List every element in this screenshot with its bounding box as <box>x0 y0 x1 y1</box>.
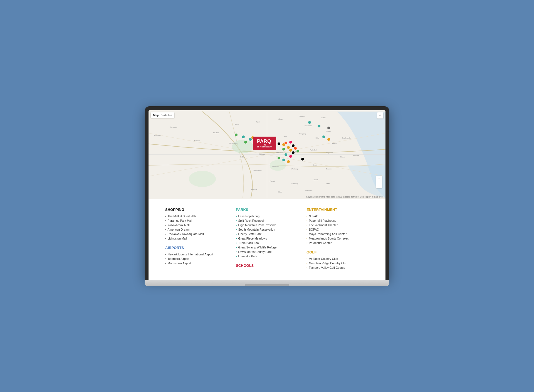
entertainment-title: ENTERTAINMENT <box>306 208 369 212</box>
map-dot <box>327 138 330 141</box>
svg-text:Newton: Newton <box>235 124 239 125</box>
map-dot <box>301 158 304 161</box>
map-dot <box>322 135 325 138</box>
svg-text:Danhen: Danhen <box>321 117 326 119</box>
map-background: Stroudsburg Tannersville Nazareth Belvid… <box>149 110 385 199</box>
svg-text:Rockaway: Rockaway <box>259 154 265 155</box>
list-item: Lake Hopatcong <box>236 215 298 218</box>
map-dot <box>285 153 287 156</box>
list-item: Mountain Ridge Country Club <box>306 262 369 265</box>
airports-title: AIRPORTS <box>165 246 228 250</box>
svg-text:Tannersville: Tannersville <box>170 127 177 128</box>
shopping-title: SHOPPING <box>165 208 228 212</box>
parks-title: PARKS <box>236 208 298 212</box>
map-dot <box>292 151 295 154</box>
svg-text:Tompkins: Tompkins <box>299 116 305 117</box>
svg-text:Edison: Edison <box>278 191 282 193</box>
map-dot <box>285 142 287 144</box>
svg-text:Sparta: Sparta <box>256 121 260 122</box>
map-dot <box>287 146 290 149</box>
map-zoom-out-button[interactable]: − <box>376 182 382 188</box>
laptop-bezel: Stroudsburg Tannersville Nazareth Belvid… <box>145 106 389 280</box>
list-item: Morristown Airport <box>165 262 228 265</box>
map-tab-map[interactable]: Map <box>153 114 159 117</box>
map-dot <box>282 148 285 151</box>
map-type-controls: Map Satellite <box>151 112 174 118</box>
svg-text:Bayonne: Bayonne <box>326 168 332 170</box>
list-item: Great Swamp Wildlife Refuge <box>236 246 298 249</box>
laptop-screen: Stroudsburg Tannersville Nazareth Belvid… <box>149 110 385 280</box>
svg-text:New Rochelle: New Rochelle <box>342 137 351 139</box>
svg-text:Plainfield: Plainfield <box>270 180 275 182</box>
map-dot <box>308 121 311 124</box>
svg-text:Elizabeth: Elizabeth <box>313 179 318 180</box>
list-item: South Mountain Reservation <box>236 228 298 231</box>
column-3: ENTERTAINMENT NJPAC Paper Mill Playhouse… <box>306 208 369 272</box>
golf-title: GOLF <box>306 250 369 254</box>
list-item: American Dream <box>165 228 228 231</box>
golf-list: Mt Tabor Country Club Mountain Ridge Cou… <box>306 257 369 269</box>
list-item: Paper Mill Playhouse <box>306 219 369 222</box>
list-item: Flanders Valley Golf Course <box>306 266 369 269</box>
map-copyright: Keyboard shortcuts Map data ©2023 Google… <box>306 196 383 198</box>
list-item: Lewis Morris County Park <box>236 250 298 253</box>
content-section: SHOPPING The Mall at Short Hills Paramus… <box>149 199 385 280</box>
list-item: Split Rock Reservoir <box>236 219 298 222</box>
list-item: Newark Liberty International Airport <box>165 253 228 256</box>
map-dot <box>244 141 247 144</box>
map-tab-satellite[interactable]: Satellite <box>161 114 172 117</box>
map-dot <box>289 155 292 158</box>
map-zoom-in-button[interactable]: + <box>376 176 382 182</box>
column-2: PARKS Lake Hopatcong Split Rock Reservoi… <box>236 208 298 272</box>
svg-text:Teaneck: Teaneck <box>332 143 337 144</box>
svg-text:Greenbrook: Greenbrook <box>272 166 280 167</box>
svg-text:Jefferson: Jefferson <box>278 119 283 120</box>
svg-text:Somerville: Somerville <box>251 188 257 190</box>
map-dot <box>278 142 280 145</box>
columns-grid: SHOPPING The Mall at Short Hills Paramus… <box>165 208 369 272</box>
list-item: Mayo Performing Arts Center <box>306 232 369 236</box>
svg-text:Woodbridge: Woodbridge <box>291 168 298 170</box>
airports-list: Newark Liberty International Airport Tet… <box>165 253 228 265</box>
parq-logo-line2: life <box>257 144 272 146</box>
parks-list: Lake Hopatcong Split Rock Reservoir High… <box>236 215 298 258</box>
column-1: SHOPPING The Mall at Short Hills Paramus… <box>165 208 228 272</box>
map-fullscreen-button[interactable]: ⤢ <box>377 112 383 119</box>
map-dot <box>289 149 292 152</box>
map-svg: Stroudsburg Tannersville Nazareth Belvid… <box>149 110 385 199</box>
svg-text:Hoboken: Hoboken <box>340 156 345 157</box>
laptop-wrapper: Stroudsburg Tannersville Nazareth Belvid… <box>145 106 389 286</box>
map-dot <box>287 160 290 163</box>
list-item: The Mall at Short Hills <box>165 215 228 218</box>
svg-text:Yonkers: Yonkers <box>326 130 331 132</box>
list-item: SOPAC <box>306 228 369 231</box>
parq-logo-line3: at Morristown <box>257 146 272 148</box>
svg-text:Edgewater: Edgewater <box>326 152 333 154</box>
map-dot <box>282 159 285 161</box>
map-dot <box>235 134 238 136</box>
svg-text:Linden: Linden <box>326 183 330 184</box>
svg-text:New York: New York <box>353 155 359 156</box>
map-dot <box>327 127 330 129</box>
svg-text:Parsippany: Parsippany <box>299 133 306 135</box>
list-item: Willowbrook Mall <box>165 223 228 227</box>
fullscreen-icon: ⤢ <box>379 114 381 117</box>
svg-text:Newark: Newark <box>313 164 318 166</box>
map-dot <box>242 135 245 138</box>
svg-text:Nazareth: Nazareth <box>194 140 200 141</box>
list-item: Meadowlands Sports Complex <box>306 237 369 240</box>
svg-point-5 <box>232 140 253 153</box>
svg-text:Mt Hanover: Mt Hanover <box>276 152 283 154</box>
map-dot <box>296 150 299 152</box>
map-dot <box>289 141 292 144</box>
shopping-list: The Mall at Short Hills Paramus Park Mal… <box>165 215 228 240</box>
svg-text:Hackettstown: Hackettstown <box>229 143 237 144</box>
schools-title: SCHOOLS <box>236 263 298 268</box>
parq-logo-line1: PARQ <box>257 139 272 144</box>
laptop-base <box>145 280 389 286</box>
list-item: Mt Tabor Country Club <box>306 257 369 260</box>
svg-text:White Plains: White Plains <box>305 125 312 127</box>
map-dot <box>318 125 320 127</box>
list-item: High Mountain Park Preserve <box>236 223 298 227</box>
list-item: Livingston Mall <box>165 237 228 240</box>
